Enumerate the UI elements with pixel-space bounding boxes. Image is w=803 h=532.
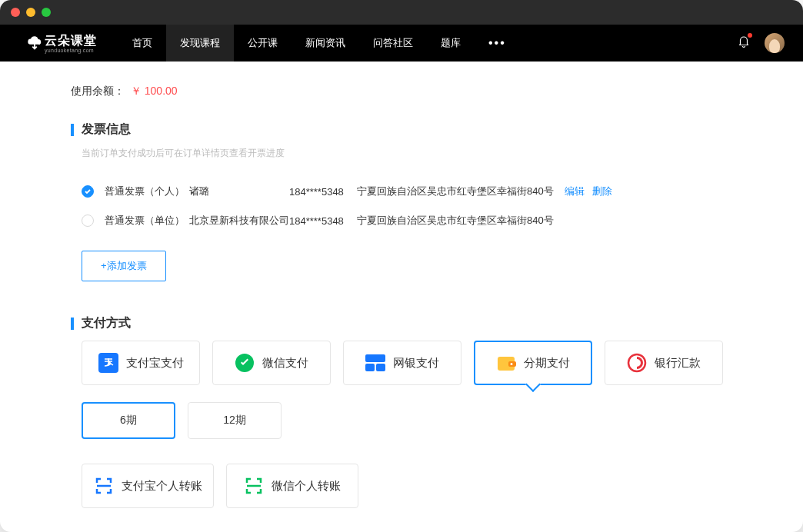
nav-item[interactable]: 公开课 [234,25,292,62]
payment-label: 网银支付 [393,356,439,371]
topbar: 云朵课堂 yunduoketang.com 首页发现课程公开课新闻资讯问答社区题… [0,25,803,62]
brand-sub: yunduoketang.com [45,48,97,53]
app-window: 云朵课堂 yunduoketang.com 首页发现课程公开课新闻资讯问答社区题… [0,0,803,532]
installment-term[interactable]: 12期 [188,402,282,439]
payment-label: 分期支付 [524,356,570,371]
invoice-phone: 184****5348 [289,215,357,227]
delete-link[interactable]: 删除 [592,185,612,197]
invoice-addr: 宁夏回族自治区吴忠市红寺堡区幸福街840号 [357,185,565,198]
add-invoice-button[interactable]: +添加发票 [82,251,166,281]
installment-term[interactable]: 6期 [82,402,175,439]
notification-bell[interactable] [737,35,751,52]
scan-icon [94,476,114,496]
invoice-phone: 184****5348 [289,186,357,198]
transfer-label: 支付宝个人转账 [122,479,202,494]
transfer-wechat-personal[interactable]: 微信个人转账 [226,464,358,508]
minimize-dot[interactable] [26,8,35,17]
cloud-icon [26,35,43,52]
invoice-hint: 当前订单支付成功后可在订单详情页查看开票进度 [82,147,732,160]
unionpay-icon [365,353,385,373]
scan-icon [244,476,264,496]
avatar[interactable] [765,33,785,53]
invoice-row: 普通发票（单位）北京昱新科技有限公司184****5348宁夏回族自治区吴忠市红… [82,206,732,235]
wechat-icon [235,353,255,373]
payment-method-bank[interactable]: 银行汇款 [605,341,723,385]
invoice-section: 发票信息 当前订单支付成功后可在订单详情页查看开票进度 普通发票（个人）诸璐18… [71,121,732,281]
invoice-name: 北京昱新科技有限公司 [189,214,289,228]
content: 使用余额： ￥ 100.00 发票信息 当前订单支付成功后可在订单详情页查看开票… [0,62,803,532]
balance-row: 使用余额： ￥ 100.00 [71,62,732,121]
nav-item[interactable]: 首页 [118,25,166,62]
invoice-actions: 编辑删除 [565,185,620,198]
invoice-title: 发票信息 [71,121,732,138]
invoice-radio[interactable] [82,214,94,227]
payment-method-installment[interactable]: 分期支付 [474,341,592,385]
maximize-dot[interactable] [42,8,51,17]
invoice-type: 普通发票（个人） [105,185,189,198]
balance-amount: ￥ 100.00 [131,85,178,97]
invoice-list: 普通发票（个人）诸璐184****5348宁夏回族自治区吴忠市红寺堡区幸福街84… [82,177,732,235]
payment-label: 银行汇款 [655,356,701,371]
nav-item[interactable]: 题库 [427,25,475,62]
payment-method-unionpay[interactable]: 网银支付 [343,341,461,385]
close-dot[interactable] [11,8,20,17]
svg-rect-3 [376,364,385,371]
check-icon [84,188,92,195]
brand-name: 云朵课堂 [45,34,97,47]
brand-logo[interactable]: 云朵课堂 yunduoketang.com [26,33,97,53]
payment-label: 支付宝支付 [126,356,184,371]
transfer-label: 微信个人转账 [272,479,341,494]
invoice-addr: 宁夏回族自治区吴忠市红寺堡区幸福街840号 [357,214,565,228]
installment-terms: 6期12期 [82,402,732,439]
payment-method-alipay[interactable]: 支付宝支付 [82,341,200,385]
payment-methods: 支付宝支付微信支付网银支付分期支付银行汇款 [82,341,732,385]
nav-item[interactable]: 问答社区 [359,25,427,62]
top-nav: 首页发现课程公开课新闻资讯问答社区题库 [118,25,475,62]
payment-label: 微信支付 [262,356,308,371]
nav-item[interactable]: 新闻资讯 [292,25,359,62]
invoice-type: 普通发票（单位） [105,214,189,228]
nav-more[interactable]: ••• [475,36,520,50]
invoice-radio[interactable] [82,185,94,198]
svg-point-6 [511,363,513,365]
personal-transfers: 支付宝个人转账微信个人转账 [82,464,732,508]
alipay-icon [98,353,118,373]
nav-item[interactable]: 发现课程 [166,25,234,62]
balance-label: 使用余额： [71,85,125,97]
edit-link[interactable]: 编辑 [565,185,585,197]
notification-dot [748,33,752,38]
transfer-alipay-personal[interactable]: 支付宝个人转账 [82,464,214,508]
bank-icon [627,353,647,373]
payment-title: 支付方式 [71,315,732,331]
titlebar [0,0,803,25]
wallet-icon [496,353,516,373]
payment-section: 支付方式 支付宝支付微信支付网银支付分期支付银行汇款 6期12期 支付宝个人转账… [71,315,732,508]
invoice-row: 普通发票（个人）诸璐184****5348宁夏回族自治区吴忠市红寺堡区幸福街84… [82,177,732,206]
invoice-name: 诸璐 [189,185,289,198]
payment-method-wechat[interactable]: 微信支付 [212,341,331,385]
svg-rect-2 [365,364,375,371]
svg-rect-1 [365,354,385,362]
